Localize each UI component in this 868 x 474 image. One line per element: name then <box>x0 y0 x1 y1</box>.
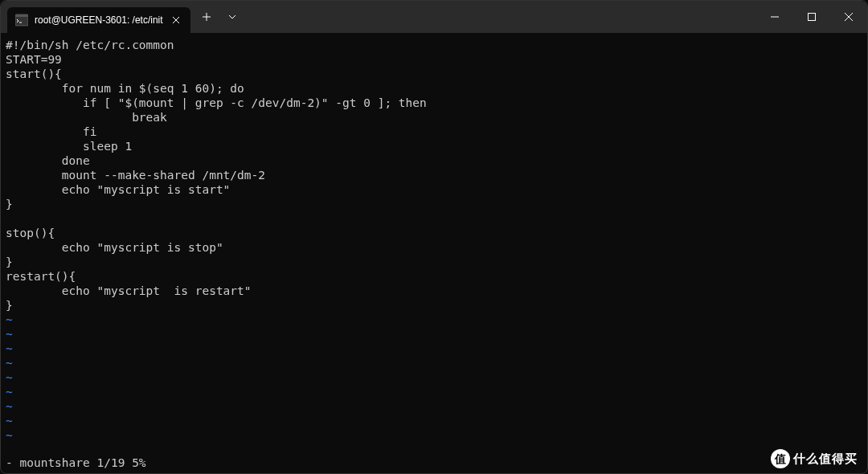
tab-title: root@UGREEN-3601: /etc/init <box>35 14 163 26</box>
editor-status-line: - mountshare 1/19 5% <box>6 456 146 470</box>
watermark: 值 什么值得买 <box>771 449 858 468</box>
maximize-button[interactable] <box>793 1 830 33</box>
terminal-tab[interactable]: root@UGREEN-3601: /etc/init <box>7 7 190 33</box>
tab-close-button[interactable] <box>170 14 182 27</box>
watermark-text: 什么值得买 <box>793 452 858 466</box>
new-tab-button[interactable] <box>194 4 219 30</box>
title-bar: root@UGREEN-3601: /etc/init <box>1 1 867 33</box>
svg-rect-1 <box>15 14 28 17</box>
terminal-content[interactable]: #!/bin/sh /etc/rc.common START=99 start(… <box>1 33 867 474</box>
tab-area: root@UGREEN-3601: /etc/init <box>1 1 756 33</box>
editor-code: #!/bin/sh /etc/rc.common START=99 start(… <box>6 38 862 313</box>
minimize-button[interactable] <box>756 1 793 33</box>
tab-dropdown-button[interactable] <box>219 4 245 30</box>
watermark-badge-icon: 值 <box>771 449 790 468</box>
editor-empty-lines: ~ ~ ~ ~ ~ ~ ~ ~ ~ <box>6 313 862 443</box>
terminal-icon <box>15 14 28 27</box>
svg-rect-8 <box>809 14 816 21</box>
close-window-button[interactable] <box>830 1 867 33</box>
window-controls <box>756 1 867 33</box>
